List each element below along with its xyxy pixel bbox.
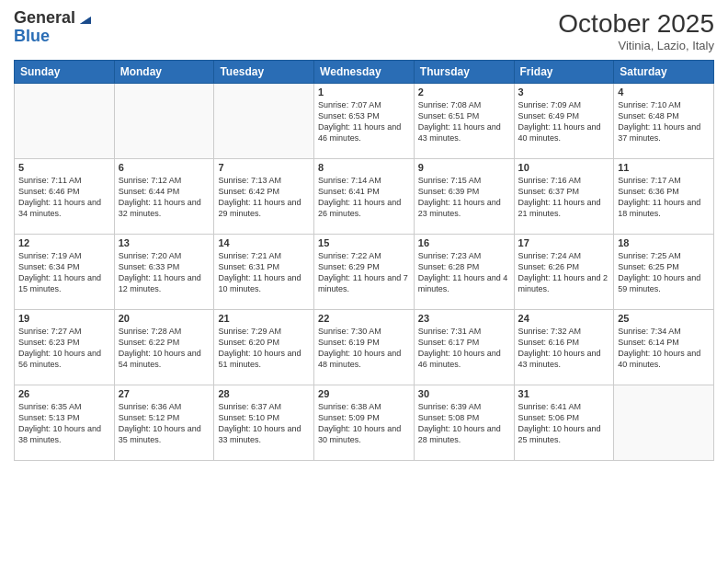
logo-blue: Blue xyxy=(14,28,95,46)
day-number: 3 xyxy=(518,86,610,98)
day-info: Sunrise: 6:39 AM Sunset: 5:08 PM Dayligh… xyxy=(418,401,510,446)
day-info: Sunrise: 7:16 AM Sunset: 6:37 PM Dayligh… xyxy=(518,175,610,220)
day-info: Sunrise: 7:21 AM Sunset: 6:31 PM Dayligh… xyxy=(218,250,310,295)
day-info: Sunrise: 7:29 AM Sunset: 6:20 PM Dayligh… xyxy=(218,326,310,371)
day-number: 17 xyxy=(518,237,610,248)
table-row: 22Sunrise: 7:30 AM Sunset: 6:19 PM Dayli… xyxy=(314,310,415,385)
table-row: 26Sunrise: 6:35 AM Sunset: 5:13 PM Dayli… xyxy=(15,385,115,461)
day-number: 12 xyxy=(18,237,110,248)
day-number: 29 xyxy=(318,388,410,399)
header-thursday: Thursday xyxy=(414,61,514,84)
day-number: 26 xyxy=(18,388,110,399)
day-number: 1 xyxy=(318,86,410,98)
day-info: Sunrise: 7:24 AM Sunset: 6:26 PM Dayligh… xyxy=(518,250,610,295)
day-number: 19 xyxy=(18,313,110,324)
day-number: 31 xyxy=(518,388,610,399)
calendar-week-row: 12Sunrise: 7:19 AM Sunset: 6:34 PM Dayli… xyxy=(15,235,714,310)
svg-marker-1 xyxy=(80,17,91,24)
day-number: 23 xyxy=(418,313,510,324)
day-info: Sunrise: 7:15 AM Sunset: 6:39 PM Dayligh… xyxy=(418,175,510,220)
day-number: 14 xyxy=(218,237,310,248)
day-number: 13 xyxy=(119,237,210,248)
day-info: Sunrise: 6:35 AM Sunset: 5:13 PM Dayligh… xyxy=(18,401,110,446)
day-info: Sunrise: 6:41 AM Sunset: 5:06 PM Dayligh… xyxy=(518,401,610,446)
table-row: 4Sunrise: 7:10 AM Sunset: 6:48 PM Daylig… xyxy=(614,84,714,159)
day-info: Sunrise: 7:23 AM Sunset: 6:28 PM Dayligh… xyxy=(418,250,510,295)
day-number: 25 xyxy=(618,313,710,324)
day-info: Sunrise: 7:28 AM Sunset: 6:22 PM Dayligh… xyxy=(119,326,210,371)
table-row: 7Sunrise: 7:13 AM Sunset: 6:42 PM Daylig… xyxy=(214,159,314,235)
day-number: 5 xyxy=(18,162,110,173)
day-info: Sunrise: 7:08 AM Sunset: 6:51 PM Dayligh… xyxy=(418,99,510,144)
table-row xyxy=(214,84,314,159)
day-number: 11 xyxy=(618,162,710,173)
day-info: Sunrise: 6:37 AM Sunset: 5:10 PM Dayligh… xyxy=(218,401,310,446)
logo: General Blue xyxy=(14,9,95,46)
table-row: 27Sunrise: 6:36 AM Sunset: 5:12 PM Dayli… xyxy=(114,385,214,461)
day-number: 7 xyxy=(218,162,310,173)
day-number: 6 xyxy=(119,162,210,173)
table-row: 5Sunrise: 7:11 AM Sunset: 6:46 PM Daylig… xyxy=(15,159,115,235)
day-number: 16 xyxy=(418,237,510,248)
table-row: 24Sunrise: 7:32 AM Sunset: 6:16 PM Dayli… xyxy=(514,310,614,385)
table-row: 9Sunrise: 7:15 AM Sunset: 6:39 PM Daylig… xyxy=(414,159,514,235)
day-info: Sunrise: 7:25 AM Sunset: 6:25 PM Dayligh… xyxy=(618,250,710,295)
header-wednesday: Wednesday xyxy=(314,61,415,84)
day-number: 28 xyxy=(218,388,310,399)
location: Vitinia, Lazio, Italy xyxy=(558,39,714,52)
table-row: 12Sunrise: 7:19 AM Sunset: 6:34 PM Dayli… xyxy=(15,235,115,310)
table-row: 11Sunrise: 7:17 AM Sunset: 6:36 PM Dayli… xyxy=(614,159,714,235)
day-info: Sunrise: 7:09 AM Sunset: 6:49 PM Dayligh… xyxy=(518,99,610,144)
day-number: 18 xyxy=(618,237,710,248)
table-row: 30Sunrise: 6:39 AM Sunset: 5:08 PM Dayli… xyxy=(414,385,514,461)
title-block: October 2025 Vitinia, Lazio, Italy xyxy=(558,9,714,52)
logo-general: General xyxy=(14,9,75,28)
day-info: Sunrise: 7:30 AM Sunset: 6:19 PM Dayligh… xyxy=(318,326,410,371)
day-info: Sunrise: 7:20 AM Sunset: 6:33 PM Dayligh… xyxy=(119,250,210,295)
calendar-week-row: 26Sunrise: 6:35 AM Sunset: 5:13 PM Dayli… xyxy=(15,385,714,461)
table-row: 14Sunrise: 7:21 AM Sunset: 6:31 PM Dayli… xyxy=(214,235,314,310)
day-info: Sunrise: 7:07 AM Sunset: 6:53 PM Dayligh… xyxy=(318,99,410,144)
day-number: 9 xyxy=(418,162,510,173)
day-info: Sunrise: 7:22 AM Sunset: 6:29 PM Dayligh… xyxy=(318,250,410,295)
day-number: 24 xyxy=(518,313,610,324)
header-saturday: Saturday xyxy=(614,61,714,84)
day-info: Sunrise: 7:17 AM Sunset: 6:36 PM Dayligh… xyxy=(618,175,710,220)
table-row: 3Sunrise: 7:09 AM Sunset: 6:49 PM Daylig… xyxy=(514,84,614,159)
day-info: Sunrise: 7:31 AM Sunset: 6:17 PM Dayligh… xyxy=(418,326,510,371)
day-number: 2 xyxy=(418,86,510,98)
table-row: 17Sunrise: 7:24 AM Sunset: 6:26 PM Dayli… xyxy=(514,235,614,310)
table-row: 15Sunrise: 7:22 AM Sunset: 6:29 PM Dayli… xyxy=(314,235,415,310)
table-row: 31Sunrise: 6:41 AM Sunset: 5:06 PM Dayli… xyxy=(514,385,614,461)
table-row xyxy=(614,385,714,461)
table-row: 21Sunrise: 7:29 AM Sunset: 6:20 PM Dayli… xyxy=(214,310,314,385)
calendar-week-row: 5Sunrise: 7:11 AM Sunset: 6:46 PM Daylig… xyxy=(15,159,714,235)
day-number: 8 xyxy=(318,162,410,173)
table-row: 6Sunrise: 7:12 AM Sunset: 6:44 PM Daylig… xyxy=(114,159,214,235)
table-row: 28Sunrise: 6:37 AM Sunset: 5:10 PM Dayli… xyxy=(214,385,314,461)
table-row: 25Sunrise: 7:34 AM Sunset: 6:14 PM Dayli… xyxy=(614,310,714,385)
table-row: 8Sunrise: 7:14 AM Sunset: 6:41 PM Daylig… xyxy=(314,159,415,235)
calendar-table: Sunday Monday Tuesday Wednesday Thursday… xyxy=(14,60,714,461)
header-friday: Friday xyxy=(514,61,614,84)
calendar-page: General Blue October 2025 Vitinia, Lazio… xyxy=(0,0,728,563)
table-row: 23Sunrise: 7:31 AM Sunset: 6:17 PM Dayli… xyxy=(414,310,514,385)
page-header: General Blue October 2025 Vitinia, Lazio… xyxy=(14,9,714,52)
day-info: Sunrise: 7:19 AM Sunset: 6:34 PM Dayligh… xyxy=(18,250,110,295)
table-row: 29Sunrise: 6:38 AM Sunset: 5:09 PM Dayli… xyxy=(314,385,415,461)
table-row: 20Sunrise: 7:28 AM Sunset: 6:22 PM Dayli… xyxy=(114,310,214,385)
table-row: 13Sunrise: 7:20 AM Sunset: 6:33 PM Dayli… xyxy=(114,235,214,310)
day-number: 27 xyxy=(119,388,210,399)
table-row: 16Sunrise: 7:23 AM Sunset: 6:28 PM Dayli… xyxy=(414,235,514,310)
table-row: 19Sunrise: 7:27 AM Sunset: 6:23 PM Dayli… xyxy=(15,310,115,385)
calendar-week-row: 19Sunrise: 7:27 AM Sunset: 6:23 PM Dayli… xyxy=(15,310,714,385)
weekday-header-row: Sunday Monday Tuesday Wednesday Thursday… xyxy=(15,61,714,84)
day-number: 20 xyxy=(119,313,210,324)
table-row: 2Sunrise: 7:08 AM Sunset: 6:51 PM Daylig… xyxy=(414,84,514,159)
day-info: Sunrise: 7:10 AM Sunset: 6:48 PM Dayligh… xyxy=(618,99,710,144)
day-info: Sunrise: 7:12 AM Sunset: 6:44 PM Dayligh… xyxy=(119,175,210,220)
header-monday: Monday xyxy=(114,61,214,84)
day-info: Sunrise: 7:13 AM Sunset: 6:42 PM Dayligh… xyxy=(218,175,310,220)
table-row: 1Sunrise: 7:07 AM Sunset: 6:53 PM Daylig… xyxy=(314,84,415,159)
day-info: Sunrise: 7:14 AM Sunset: 6:41 PM Dayligh… xyxy=(318,175,410,220)
